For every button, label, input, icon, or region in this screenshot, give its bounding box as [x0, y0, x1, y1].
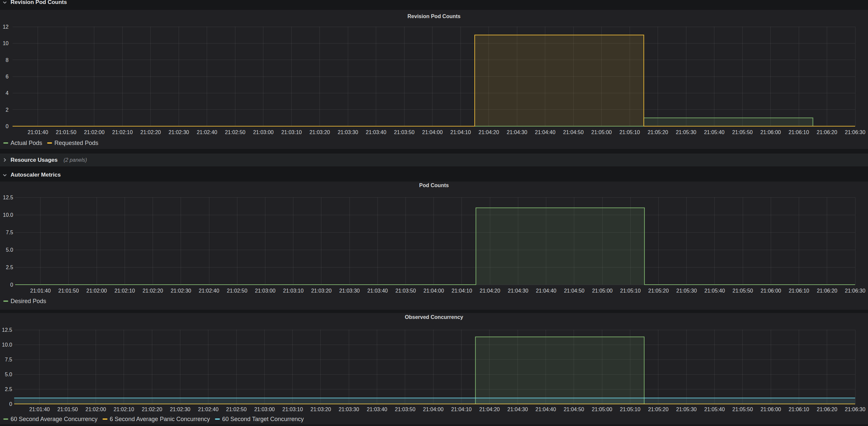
x-tick-label: 21:04:40: [535, 406, 556, 412]
series-line-desired-pods: [15, 208, 855, 285]
x-tick-label: 21:03:40: [366, 129, 386, 135]
y-tick-label: 12.5: [2, 327, 12, 333]
x-tick-label: 21:02:20: [141, 129, 161, 135]
chart-plot-observed-concurrency[interactable]: 02.55.07.510.012.521:01:4021:01:5021:02:…: [0, 313, 868, 424]
x-tick-label: 21:05:20: [647, 129, 668, 135]
legend-series-dash: [3, 142, 8, 144]
row-panel-count: (2 panels): [64, 157, 87, 163]
x-tick-label: 21:03:00: [254, 406, 275, 412]
x-tick-label: 21:03:20: [310, 129, 330, 135]
panel-revision-pod-counts: Revision Pod Counts 02468101221:01:4021:…: [0, 10, 868, 149]
legend-series-label: 6 Second Average Panic Concurrency: [110, 416, 210, 423]
row-header-revision-pod-counts[interactable]: Revision Pod Counts: [0, 0, 868, 7]
series-fill-60-second-target-concurrency: [14, 398, 855, 404]
x-tick-label: 21:02:50: [226, 406, 247, 412]
series-fill-actual-pods: [12, 118, 855, 126]
x-tick-label: 21:03:30: [339, 406, 359, 412]
x-tick-label: 21:04:40: [536, 288, 556, 294]
x-tick-label: 21:02:20: [143, 288, 163, 294]
x-tick-label: 21:02:00: [86, 288, 107, 294]
x-tick-label: 21:04:00: [423, 406, 443, 412]
y-tick-label: 2: [6, 107, 8, 113]
x-tick-label: 21:06:20: [817, 288, 837, 294]
x-tick-label: 21:06:10: [788, 406, 809, 412]
series-fill-requested-pods: [12, 35, 855, 126]
y-tick-label: 0: [9, 401, 12, 407]
y-tick-label: 8: [6, 57, 8, 63]
legend-item-desired-pods[interactable]: Desired Pods: [3, 298, 46, 305]
x-tick-label: 21:02:00: [85, 406, 106, 412]
y-tick-label: 10: [3, 40, 8, 46]
y-tick-label: 2.5: [5, 387, 12, 392]
x-tick-label: 21:04:40: [535, 129, 556, 135]
series-fill-60-second-average-concurrency: [14, 337, 855, 404]
x-tick-label: 21:02:30: [171, 288, 191, 294]
series-line-60-second-average-concurrency: [14, 337, 855, 404]
x-tick-label: 21:06:30: [845, 406, 865, 412]
x-tick-label: 21:01:40: [30, 288, 51, 294]
x-tick-label: 21:05:50: [733, 288, 753, 294]
y-tick-label: 2.5: [6, 265, 13, 270]
chart-plot-pod-counts[interactable]: 02.55.07.510.012.521:01:4021:01:5021:02:…: [0, 182, 868, 310]
chevron-right-icon: [2, 158, 7, 162]
x-tick-label: 21:02:00: [84, 129, 104, 135]
x-tick-label: 21:03:10: [282, 406, 303, 412]
x-tick-label: 21:05:20: [648, 288, 669, 294]
x-tick-label: 21:03:50: [395, 406, 415, 412]
x-tick-label: 21:06:10: [788, 129, 809, 135]
x-tick-label: 21:01:40: [29, 406, 50, 412]
x-tick-label: 21:03:40: [367, 406, 387, 412]
x-tick-label: 21:02:10: [114, 288, 135, 294]
legend-item-6-second-average-panic-concurrency[interactable]: 6 Second Average Panic Concurrency: [102, 416, 210, 423]
row-title: Autoscaler Metrics: [10, 172, 61, 178]
x-tick-label: 21:03:30: [339, 288, 360, 294]
x-tick-label: 21:03:00: [253, 129, 274, 135]
legend-item-60-second-average-concurrency[interactable]: 60 Second Average Concurrency: [3, 416, 98, 423]
series-line-requested-pods: [12, 35, 855, 126]
y-tick-label: 12.5: [3, 195, 13, 200]
x-tick-label: 21:01:50: [57, 406, 78, 412]
x-tick-label: 21:05:10: [619, 129, 640, 135]
y-tick-label: 7.5: [5, 357, 12, 362]
y-tick-label: 7.5: [6, 230, 13, 235]
legend-series-label: 60 Second Target Concurrency: [222, 416, 304, 423]
x-tick-label: 21:06:20: [817, 406, 837, 412]
row-header-resource-usages[interactable]: Resource Usages (2 panels): [0, 154, 868, 166]
x-tick-label: 21:03:30: [338, 129, 358, 135]
x-tick-label: 21:06:00: [760, 129, 781, 135]
row-header-autoscaler-metrics[interactable]: Autoscaler Metrics: [0, 169, 868, 181]
x-tick-label: 21:03:20: [311, 288, 332, 294]
x-tick-label: 21:02:40: [197, 129, 217, 135]
y-tick-label: 0: [10, 282, 13, 288]
legend-item-actual-pods[interactable]: Actual Pods: [3, 140, 42, 146]
x-tick-label: 21:04:10: [450, 129, 471, 135]
x-tick-label: 21:06:10: [788, 288, 809, 294]
legend-item-requested-pods[interactable]: Requested Pods: [47, 140, 98, 146]
legend-series-dash: [215, 418, 220, 420]
x-tick-label: 21:02:40: [199, 288, 219, 294]
x-tick-label: 21:01:40: [28, 129, 48, 135]
x-tick-label: 21:06:20: [816, 129, 837, 135]
x-tick-label: 21:02:30: [170, 406, 190, 412]
panel-pod-counts: Pod Counts 02.55.07.510.012.521:01:4021:…: [0, 182, 868, 310]
chart-plot-revision-pod-counts[interactable]: 02468101221:01:4021:01:5021:02:0021:02:1…: [0, 10, 868, 149]
x-tick-label: 21:05:50: [733, 406, 753, 412]
x-tick-label: 21:03:20: [311, 406, 331, 412]
x-tick-label: 21:06:00: [761, 288, 781, 294]
x-tick-label: 21:05:00: [591, 129, 612, 135]
x-tick-label: 21:04:30: [507, 129, 527, 135]
legend-series-label: Requested Pods: [54, 140, 98, 146]
legend-series-label: Desired Pods: [10, 298, 46, 305]
x-tick-label: 21:02:40: [198, 406, 219, 412]
x-tick-label: 21:04:30: [508, 288, 528, 294]
x-tick-label: 21:03:50: [394, 129, 414, 135]
legend-item-60-second-target-concurrency[interactable]: 60 Second Target Concurrency: [215, 416, 304, 423]
x-tick-label: 21:02:50: [225, 129, 245, 135]
y-tick-label: 5.0: [5, 372, 12, 377]
x-tick-label: 21:04:50: [564, 406, 584, 412]
legend: Desired Pods: [3, 297, 46, 305]
x-tick-label: 21:05:00: [592, 288, 613, 294]
x-tick-label: 21:05:50: [732, 129, 753, 135]
x-tick-label: 21:04:10: [452, 288, 472, 294]
grafana-dashboard: { "page": { "background": "#161719", "pa…: [0, 0, 868, 426]
